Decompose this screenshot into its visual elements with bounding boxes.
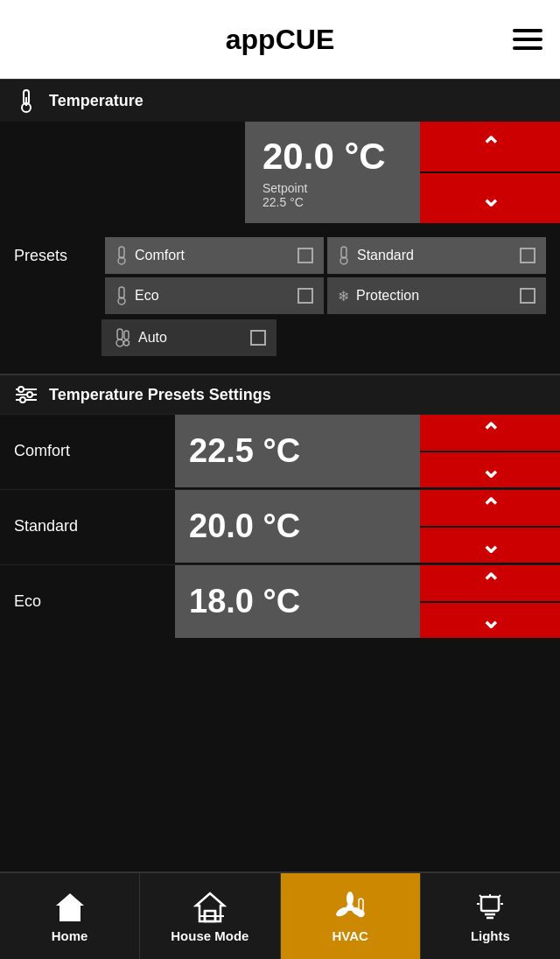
nav-house-mode-label: House Mode [171, 928, 248, 943]
preset-standard-checkbox[interactable] [520, 248, 536, 263]
preset-comfort-checkbox[interactable] [298, 248, 313, 263]
lights-icon [472, 890, 508, 925]
chevron-down-icon: ⌄ [480, 184, 500, 213]
presets-settings-title: Temperature Presets Settings [49, 386, 271, 404]
preset-standard-down[interactable]: ⌄ [420, 528, 560, 564]
preset-protection[interactable]: ❄ Protection [327, 277, 546, 314]
preset-eco-value-display: 18.0 °C [175, 565, 420, 638]
setpoint-display: Setpoint 22.5 °C [262, 181, 307, 209]
nav-lights[interactable]: Lights [421, 873, 560, 959]
sliders-icon [14, 384, 38, 405]
nav-home[interactable]: Home [0, 873, 140, 959]
preset-eco-up[interactable]: ⌃ [420, 565, 560, 603]
presets-label: Presets [14, 247, 102, 265]
svg-rect-5 [341, 247, 346, 258]
presets-settings-header: Temperature Presets Settings [0, 374, 560, 414]
svg-rect-11 [124, 331, 129, 340]
preset-comfort-setting-label: Comfort [0, 415, 175, 487]
svg-line-38 [499, 895, 500, 897]
temperature-buttons: ⌃ ⌄ [420, 122, 560, 223]
temperature-control: 20.0 °C Setpoint 22.5 °C ⌃ ⌄ [0, 122, 560, 223]
home-icon [52, 890, 88, 925]
setpoint-value: 22.5 °C [262, 195, 304, 209]
preset-eco[interactable]: Eco [105, 277, 324, 314]
app-title: appCUE [226, 24, 334, 56]
eco-up-icon: ⌃ [480, 569, 500, 598]
svg-point-12 [124, 340, 130, 346]
comfort-up-icon: ⌃ [480, 418, 500, 447]
svg-marker-19 [56, 893, 84, 921]
preset-comfort-value-display: 22.5 °C [175, 415, 420, 487]
app-header: appCUE [0, 0, 560, 79]
preset-standard-setting-label: Standard [0, 490, 175, 563]
standard-down-icon: ⌄ [480, 530, 500, 559]
bottom-nav: Home House Mode HVAC [0, 872, 560, 959]
preset-setting-eco: Eco 18.0 °C ⌃ ⌄ [0, 564, 560, 638]
preset-comfort-temp: 22.5 °C [189, 432, 300, 470]
preset-standard-temp: 20.0 °C [189, 508, 300, 545]
nav-home-label: Home [52, 928, 88, 943]
preset-standard-value-display: 20.0 °C [175, 490, 420, 563]
preset-standard-up[interactable]: ⌃ [420, 490, 560, 528]
preset-auto-checkbox[interactable] [250, 330, 266, 346]
snowflake-icon: ❄ [338, 288, 349, 304]
preset-eco-checkbox[interactable] [298, 288, 313, 304]
menu-button[interactable] [513, 24, 542, 55]
eco-down-icon: ⌄ [480, 606, 500, 634]
svg-point-17 [27, 392, 32, 397]
svg-point-18 [20, 397, 25, 402]
svg-rect-29 [359, 899, 363, 911]
svg-point-16 [18, 387, 24, 392]
preset-eco-temp: 18.0 °C [189, 583, 300, 620]
current-temperature: 20.0 °C [262, 136, 386, 178]
svg-point-26 [346, 892, 354, 906]
svg-rect-3 [119, 247, 124, 258]
preset-protection-label: Protection [356, 288, 419, 304]
svg-point-10 [116, 340, 123, 346]
preset-comfort-up[interactable]: ⌃ [420, 415, 560, 452]
standard-up-icon: ⌃ [480, 494, 500, 522]
nav-hvac-label: HVAC [332, 928, 368, 943]
hamburger-line-2 [513, 38, 542, 41]
preset-comfort-label: Comfort [135, 248, 185, 263]
nav-hvac[interactable]: HVAC [281, 873, 421, 959]
preset-comfort[interactable]: Comfort [105, 237, 324, 274]
preset-setting-standard: Standard 20.0 °C ⌃ ⌄ [0, 489, 560, 563]
temperature-display: 20.0 °C Setpoint 22.5 °C [245, 122, 420, 223]
preset-comfort-down[interactable]: ⌄ [420, 452, 560, 488]
temp-down-button[interactable]: ⌄ [420, 173, 560, 223]
svg-rect-7 [119, 287, 124, 298]
preset-eco-setting-label: Eco [0, 565, 175, 638]
preset-eco-down[interactable]: ⌄ [420, 603, 560, 639]
nav-house-mode[interactable]: House Mode [140, 873, 280, 959]
hvac-icon [332, 890, 368, 925]
preset-standard[interactable]: Standard [327, 237, 546, 274]
preset-eco-label: Eco [135, 288, 159, 304]
thermometer-eco-icon [116, 286, 128, 305]
temp-up-button[interactable]: ⌃ [420, 122, 560, 173]
comfort-down-icon: ⌄ [480, 455, 500, 484]
presets-settings-list: Comfort 22.5 °C ⌃ ⌄ Standard 20.0 °C ⌃ [0, 414, 560, 638]
nav-lights-label: Lights [471, 928, 510, 943]
main-content: Temperature 20.0 °C Setpoint 22.5 °C ⌃ ⌄… [0, 79, 560, 727]
preset-auto[interactable]: Auto [102, 319, 276, 356]
temperature-section-header: Temperature [0, 79, 560, 122]
thermometer-auto-icon [112, 328, 131, 347]
thermometer-comfort-icon [116, 246, 128, 265]
thermometer-standard-icon [338, 246, 350, 265]
svg-rect-9 [117, 329, 122, 340]
svg-rect-31 [481, 897, 499, 911]
svg-line-37 [480, 895, 481, 897]
setpoint-label: Setpoint [262, 181, 307, 195]
preset-standard-label: Standard [357, 248, 414, 263]
svg-marker-20 [196, 893, 224, 921]
preset-standard-controls: ⌃ ⌄ [420, 490, 560, 563]
thermometer-icon [14, 88, 38, 113]
preset-protection-checkbox[interactable] [520, 288, 536, 304]
presets-section: Presets Comfort [0, 223, 560, 374]
preset-auto-label: Auto [138, 330, 167, 346]
preset-comfort-controls: ⌃ ⌄ [420, 415, 560, 487]
hamburger-line-3 [513, 46, 542, 50]
preset-setting-comfort: Comfort 22.5 °C ⌃ ⌄ [0, 414, 560, 487]
chevron-up-icon: ⌃ [480, 132, 500, 161]
